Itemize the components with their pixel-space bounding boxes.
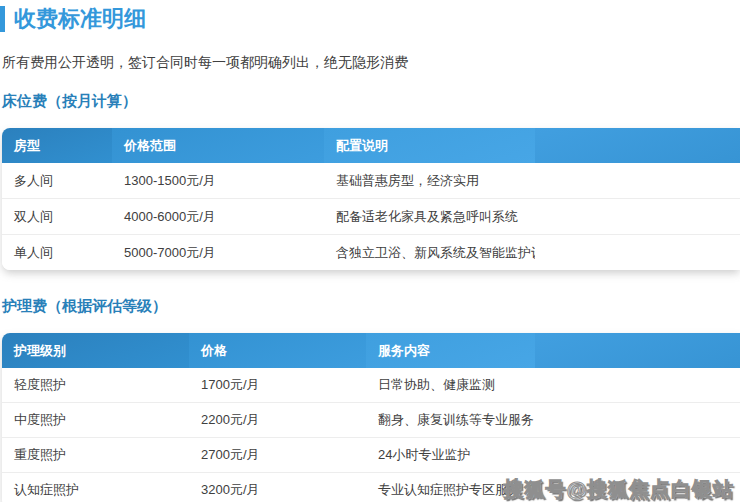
care-level-cell: 轻度照护 <box>2 376 189 394</box>
desc-cell: 24小时专业监护 <box>366 446 535 464</box>
column-header-price: 价格 <box>189 333 366 368</box>
desc-cell: 日常协助、健康监测 <box>366 376 535 394</box>
page-title: 收费标准明细 <box>14 5 146 33</box>
care-level-cell: 重度照护 <box>2 446 189 464</box>
table-row: 重度照护 2700元/月 24小时专业监护 <box>2 438 740 473</box>
bed-fees-table-header: 房型 价格范围 配置说明 <box>2 128 740 163</box>
column-header-empty <box>535 128 740 163</box>
price-cell: 2700元/月 <box>189 446 366 464</box>
column-header-empty <box>535 333 740 368</box>
fee-standard-page: 收费标准明细 所有费用公开透明，签订合同时每一项都明确列出，绝无隐形消费 床位费… <box>0 5 740 502</box>
room-type-cell: 单人间 <box>2 244 112 262</box>
column-header-config: 配置说明 <box>324 128 535 163</box>
table-row: 多人间 1300-1500元/月 基础普惠房型，经济实用 <box>2 163 740 199</box>
section-heading-bed-fees: 床位费（按月计算） <box>2 92 740 111</box>
sohu-watermark: 搜狐号@搜狐焦点白银站 <box>503 476 734 502</box>
price-cell: 1700元/月 <box>189 376 366 394</box>
column-header-service: 服务内容 <box>366 333 535 368</box>
price-cell: 4000-6000元/月 <box>112 208 324 226</box>
bed-fees-table: 房型 价格范围 配置说明 多人间 1300-1500元/月 基础普惠房型，经济实… <box>2 128 740 270</box>
page-header: 收费标准明细 <box>0 5 740 33</box>
desc-cell: 含独立卫浴、新风系统及智能监护设备 <box>324 244 535 262</box>
column-header-room-type: 房型 <box>2 128 112 163</box>
desc-cell: 基础普惠房型，经济实用 <box>324 172 535 190</box>
price-cell: 1300-1500元/月 <box>112 172 324 190</box>
table-row: 双人间 4000-6000元/月 配备适老化家具及紧急呼叫系统 <box>2 199 740 235</box>
care-level-cell: 认知症照护 <box>2 481 189 499</box>
section-heading-care-fees: 护理费（根据评估等级） <box>2 297 740 316</box>
page-subtitle: 所有费用公开透明，签订合同时每一项都明确列出，绝无隐形消费 <box>2 54 740 72</box>
desc-cell: 翻身、康复训练等专业服务 <box>366 411 535 429</box>
table-row: 轻度照护 1700元/月 日常协助、健康监测 <box>2 368 740 403</box>
care-level-cell: 中度照护 <box>2 411 189 429</box>
title-accent-bar <box>0 6 5 32</box>
price-cell: 5000-7000元/月 <box>112 244 324 262</box>
room-type-cell: 双人间 <box>2 208 112 226</box>
price-cell: 2200元/月 <box>189 411 366 429</box>
price-cell: 3200元/月 <box>189 481 366 499</box>
table-row: 单人间 5000-7000元/月 含独立卫浴、新风系统及智能监护设备 <box>2 235 740 270</box>
care-fees-table-header: 护理级别 价格 服务内容 <box>2 333 740 368</box>
room-type-cell: 多人间 <box>2 172 112 190</box>
column-header-care-level: 护理级别 <box>2 333 189 368</box>
desc-cell: 配备适老化家具及紧急呼叫系统 <box>324 208 535 226</box>
table-row: 中度照护 2200元/月 翻身、康复训练等专业服务 <box>2 403 740 438</box>
column-header-price-range: 价格范围 <box>112 128 324 163</box>
